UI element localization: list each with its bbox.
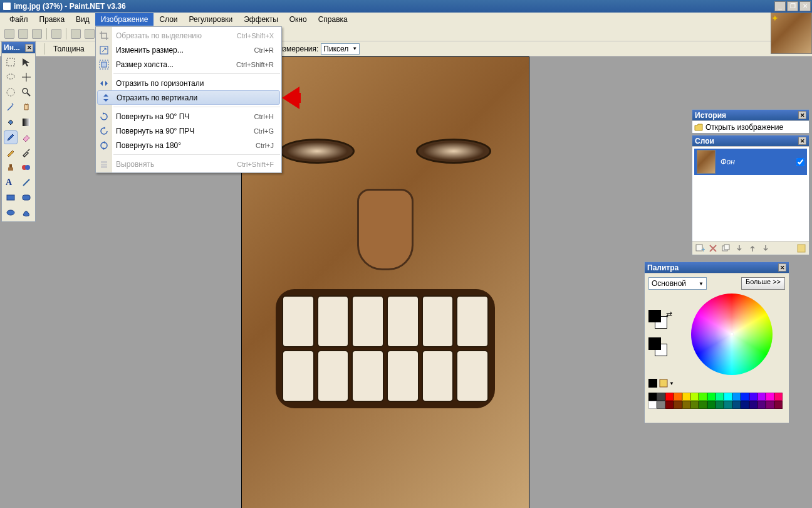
color-swatch[interactable] xyxy=(724,401,732,409)
eraser-tool[interactable] xyxy=(19,130,33,144)
color-swatch[interactable] xyxy=(741,401,749,409)
canvas[interactable] xyxy=(241,56,529,508)
close-button[interactable]: ✕ xyxy=(799,1,811,11)
new-icon[interactable] xyxy=(4,29,14,39)
color-swatch[interactable] xyxy=(690,393,699,401)
layer-row[interactable]: Фон xyxy=(694,149,807,175)
pencil-tool[interactable] xyxy=(4,146,18,159)
layer-visibility-checkbox[interactable] xyxy=(796,158,804,166)
merge-down-icon[interactable] xyxy=(734,243,744,253)
save-icon[interactable] xyxy=(32,29,42,39)
black-swatch[interactable] xyxy=(648,337,661,350)
ellipse-tool[interactable] xyxy=(4,206,18,220)
dropdown-arrow-icon[interactable]: ▼ xyxy=(669,381,674,386)
close-icon[interactable]: ✕ xyxy=(778,263,786,272)
menu-изображение[interactable]: Изображение xyxy=(95,13,154,26)
lasso-tool[interactable] xyxy=(4,70,18,84)
freeform-tool[interactable] xyxy=(19,206,33,220)
close-icon[interactable]: ✕ xyxy=(798,111,806,119)
move-selection-tool[interactable] xyxy=(19,70,33,84)
delete-layer-icon[interactable] xyxy=(708,243,718,253)
menu-item[interactable]: Повернуть на 180°Ctrl+J xyxy=(96,138,281,152)
default-swatches[interactable] xyxy=(648,337,672,359)
color-swatch[interactable] xyxy=(699,401,707,409)
text-tool[interactable]: A xyxy=(4,176,18,189)
color-swatch[interactable] xyxy=(774,393,783,401)
menu-item[interactable]: Повернуть на 90° ПЧCtrl+H xyxy=(96,109,281,124)
tools-panel-title[interactable]: Ин... ✕ xyxy=(2,42,35,53)
color-swatch[interactable] xyxy=(665,393,674,401)
color-swatch[interactable] xyxy=(682,393,690,401)
menu-item[interactable]: Повернуть на 90° ПРЧCtrl+G xyxy=(96,124,281,138)
paintbrush-tool[interactable] xyxy=(4,130,18,144)
color-swatch[interactable] xyxy=(749,401,757,409)
color-swatch[interactable] xyxy=(732,393,741,401)
menu-слои[interactable]: Слои xyxy=(154,13,183,26)
color-swatch[interactable] xyxy=(648,393,657,401)
pan-tool[interactable] xyxy=(19,100,33,114)
menu-item[interactable]: Отразить по вертикали xyxy=(97,90,280,105)
color-swatch[interactable] xyxy=(724,393,732,401)
add-swatch-icon[interactable] xyxy=(659,379,668,388)
menu-окно[interactable]: Окно xyxy=(284,13,313,26)
colors-panel[interactable]: Палитра ✕ Основной ▼ Больше >> ⇄ xyxy=(644,262,789,423)
color-wheel[interactable] xyxy=(691,294,773,375)
color-swatch[interactable] xyxy=(732,401,741,409)
rounded-rect-tool[interactable] xyxy=(19,191,33,204)
menu-файл[interactable]: Файл xyxy=(4,13,34,26)
copy-icon[interactable] xyxy=(85,29,95,39)
close-icon[interactable]: ✕ xyxy=(25,44,33,52)
color-swatch[interactable] xyxy=(682,401,690,409)
duplicate-layer-icon[interactable] xyxy=(721,243,731,253)
minimize-button[interactable]: _ xyxy=(774,1,786,11)
clone-stamp-tool[interactable] xyxy=(4,161,18,174)
maximize-button[interactable]: ❐ xyxy=(787,1,798,11)
recolor-tool[interactable] xyxy=(19,161,33,174)
history-item[interactable]: Открыть изображение xyxy=(692,120,809,133)
color-swatch[interactable] xyxy=(757,393,766,401)
history-panel[interactable]: История ✕ Открыть изображение xyxy=(692,109,809,134)
layers-panel-title[interactable]: Слои ✕ xyxy=(692,135,809,146)
move-tool[interactable] xyxy=(19,55,33,69)
color-swatch[interactable] xyxy=(690,401,699,409)
tools-panel[interactable]: Ин... ✕ A xyxy=(1,41,36,222)
rectangle-tool[interactable] xyxy=(4,191,18,204)
add-layer-icon[interactable]: + xyxy=(695,243,705,253)
ellipse-select-tool[interactable] xyxy=(4,85,18,99)
menu-справка[interactable]: Справка xyxy=(313,13,353,26)
color-swatch[interactable] xyxy=(707,393,716,401)
menu-эффекты[interactable]: Эффекты xyxy=(238,13,284,26)
line-tool[interactable] xyxy=(19,176,33,189)
swap-colors-icon[interactable]: ⇄ xyxy=(666,310,672,316)
menu-вид[interactable]: Вид xyxy=(70,13,95,26)
menu-item[interactable]: Изменить размер...Ctrl+R xyxy=(96,43,281,57)
color-swatch[interactable] xyxy=(774,401,783,409)
open-icon[interactable] xyxy=(18,29,28,39)
color-swatch[interactable] xyxy=(766,401,774,409)
color-swatch[interactable] xyxy=(766,393,774,401)
color-swatch[interactable] xyxy=(749,393,757,401)
colors-panel-title[interactable]: Палитра ✕ xyxy=(645,262,789,273)
color-swatch[interactable] xyxy=(716,393,724,401)
cut-icon[interactable] xyxy=(71,29,81,39)
primary-color-swatch[interactable] xyxy=(648,310,661,322)
color-swatch[interactable] xyxy=(648,401,657,409)
rect-select-tool[interactable] xyxy=(4,55,18,69)
move-up-icon[interactable] xyxy=(747,243,757,253)
menu-item[interactable]: Размер холста...Ctrl+Shift+R xyxy=(96,57,281,71)
color-swatch[interactable] xyxy=(674,393,682,401)
color-swatch[interactable] xyxy=(657,393,665,401)
color-swatch[interactable] xyxy=(657,401,665,409)
color-swatch[interactable] xyxy=(665,401,674,409)
gradient-tool[interactable] xyxy=(19,115,33,129)
more-button[interactable]: Больше >> xyxy=(741,277,785,290)
move-down-icon[interactable] xyxy=(761,243,771,253)
close-icon[interactable]: ✕ xyxy=(798,137,806,145)
zoom-tool[interactable] xyxy=(19,85,33,99)
magic-wand-tool[interactable] xyxy=(4,100,18,114)
primary-secondary-swatches[interactable]: ⇄ xyxy=(648,310,672,331)
color-swatch[interactable] xyxy=(716,401,724,409)
color-swatch[interactable] xyxy=(741,393,749,401)
document-thumbnail[interactable]: ✦ xyxy=(771,13,812,54)
unit-select[interactable]: Пиксел ▼ xyxy=(321,43,360,55)
